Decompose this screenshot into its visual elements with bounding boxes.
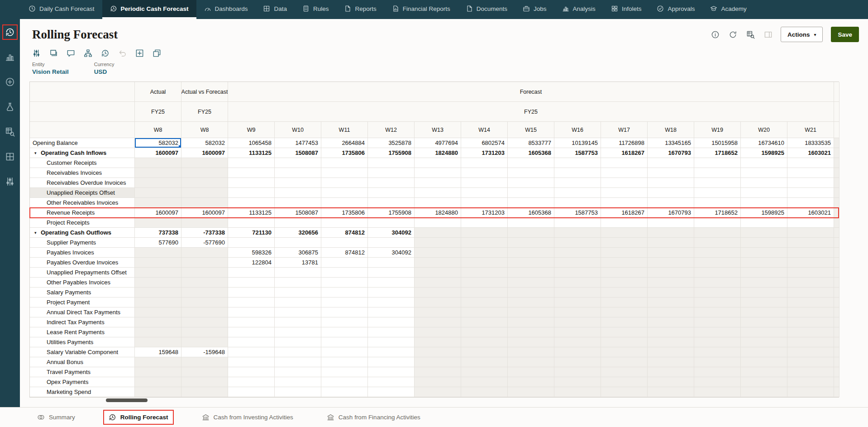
column-header-w18[interactable]: W18	[648, 122, 694, 138]
nav-tab-analysis[interactable]: Analysis	[554, 0, 603, 19]
grid-cell[interactable]	[135, 168, 181, 178]
grid-cell[interactable]	[415, 278, 461, 288]
grid-cell[interactable]: -737338	[181, 228, 228, 238]
grid-cell[interactable]: 1755908	[368, 208, 415, 218]
horizontal-scrollbar-thumb[interactable]	[106, 398, 148, 402]
grid-cell[interactable]	[181, 198, 228, 208]
row-header[interactable]: Project Payment	[30, 297, 135, 307]
grid-cell[interactable]: 3525878	[368, 138, 415, 148]
grid-cell[interactable]	[275, 387, 321, 397]
grid-cell[interactable]: 1603021	[787, 148, 834, 158]
grid-cell[interactable]	[694, 218, 741, 228]
grid-cell[interactable]	[694, 288, 741, 297]
grid-cell[interactable]	[368, 347, 415, 357]
grid-cell[interactable]	[461, 347, 508, 357]
grid-cell[interactable]	[228, 238, 275, 248]
grid-cell[interactable]	[554, 178, 601, 188]
grid-cell[interactable]	[787, 317, 834, 327]
grid-cell[interactable]	[601, 178, 648, 188]
row-header[interactable]: Marketing Spend	[30, 387, 135, 397]
grid-cell[interactable]	[694, 258, 741, 268]
row-header[interactable]: Annual Bonus	[30, 357, 135, 367]
grid-cell[interactable]	[228, 198, 275, 208]
grid-cell[interactable]	[135, 288, 181, 297]
grid-cell[interactable]	[181, 367, 228, 377]
grid-cell[interactable]	[275, 288, 321, 297]
grid-cell[interactable]	[554, 317, 601, 327]
grid-cell[interactable]	[181, 297, 228, 307]
row-header[interactable]: Customer Receipts	[30, 158, 135, 168]
bottom-tab-summary[interactable]: Summary	[32, 410, 81, 425]
grid-cell[interactable]	[694, 337, 741, 347]
grid-cell[interactable]	[461, 337, 508, 347]
grid-cell[interactable]	[554, 367, 601, 377]
column-header-w19[interactable]: W19	[694, 122, 741, 138]
grid-cell[interactable]	[741, 327, 787, 337]
grid-cell[interactable]	[741, 288, 787, 297]
grid-cell[interactable]	[648, 188, 694, 198]
grid-cell[interactable]	[554, 218, 601, 228]
row-header[interactable]: Project Receipts	[30, 218, 135, 228]
grid-cell[interactable]	[368, 218, 415, 228]
grid-cell[interactable]	[368, 357, 415, 367]
grid-cell[interactable]: 1065458	[228, 138, 275, 148]
row-header[interactable]: Indirect Tax Payments	[30, 317, 135, 327]
grid-cell[interactable]: 1605368	[508, 208, 554, 218]
grid-cell[interactable]	[415, 288, 461, 297]
grid-cell[interactable]	[741, 317, 787, 327]
grid-cell[interactable]	[275, 278, 321, 288]
grid-cell[interactable]	[228, 297, 275, 307]
grid-cell[interactable]	[275, 307, 321, 317]
grid-cell[interactable]	[648, 248, 694, 258]
grid-cell[interactable]	[741, 168, 787, 178]
grid-cell[interactable]	[135, 258, 181, 268]
grid-cell[interactable]	[368, 268, 415, 278]
grid-cell[interactable]	[228, 357, 275, 367]
grid-cell[interactable]	[181, 178, 228, 188]
grid-cell[interactable]	[787, 377, 834, 387]
grid-cell[interactable]	[275, 317, 321, 327]
grid-cell[interactable]: 1508087	[275, 208, 321, 218]
grid-cell[interactable]	[181, 168, 228, 178]
column-group-avf[interactable]: Actual vs Forecast	[181, 82, 228, 102]
grid-cell[interactable]	[787, 367, 834, 377]
grid-cell[interactable]	[228, 387, 275, 397]
grid-cell[interactable]	[787, 387, 834, 397]
grid-cell[interactable]	[461, 158, 508, 168]
grid-cell[interactable]	[415, 268, 461, 278]
grid-cell[interactable]	[415, 307, 461, 317]
grid-cell[interactable]	[135, 367, 181, 377]
grid-cell[interactable]: 1824880	[415, 148, 461, 158]
grid-cell[interactable]: 1133125	[228, 148, 275, 158]
grid-cell[interactable]: 1731203	[461, 148, 508, 158]
grid-cell[interactable]	[461, 357, 508, 367]
grid-cell[interactable]	[275, 218, 321, 228]
grid-cell[interactable]	[554, 337, 601, 347]
column-header-w14[interactable]: W14	[461, 122, 508, 138]
grid-cell[interactable]	[228, 278, 275, 288]
nav-tab-jobs[interactable]: Jobs	[515, 0, 554, 19]
collapse-icon[interactable]: ▾	[34, 230, 41, 235]
grid-cell[interactable]: -159648	[181, 347, 228, 357]
grid-cell[interactable]: 1718652	[694, 208, 741, 218]
grid-cell[interactable]: 13781	[275, 258, 321, 268]
grid-cell[interactable]	[461, 248, 508, 258]
grid-cell[interactable]	[741, 307, 787, 317]
grid-cell[interactable]	[181, 357, 228, 367]
grid-cell[interactable]	[741, 377, 787, 387]
grid-cell[interactable]	[275, 377, 321, 387]
grid-cell[interactable]	[601, 357, 648, 367]
entity-value[interactable]: Vision Retail	[32, 68, 69, 75]
nav-tab-rules[interactable]: Rules	[295, 0, 337, 19]
grid-cell[interactable]	[508, 238, 554, 248]
grid-cell[interactable]	[648, 258, 694, 268]
grid-cell[interactable]	[694, 278, 741, 288]
grid-cell[interactable]	[275, 238, 321, 248]
grid-cell[interactable]	[415, 337, 461, 347]
row-header[interactable]: Opening Balance	[30, 138, 135, 148]
grid-cell[interactable]	[415, 347, 461, 357]
grid-cell[interactable]	[554, 248, 601, 258]
grid-cell[interactable]	[321, 377, 368, 387]
grid-cell[interactable]: 18333535	[787, 138, 834, 148]
column-header-w16[interactable]: W16	[554, 122, 601, 138]
